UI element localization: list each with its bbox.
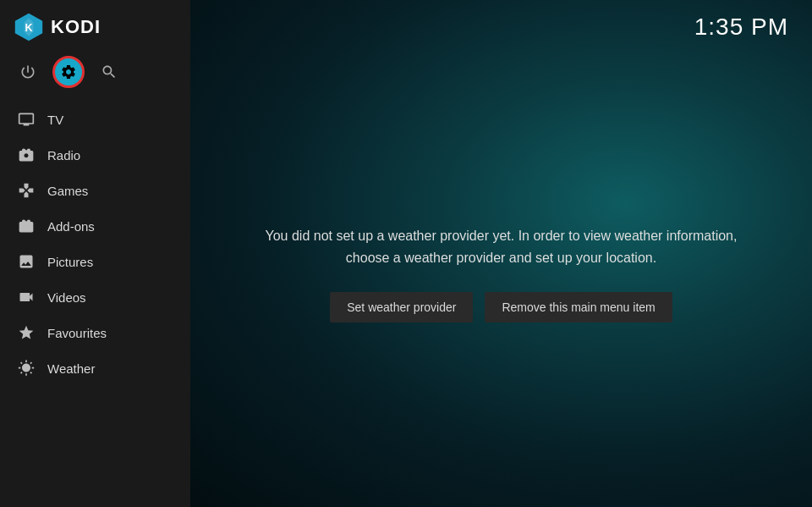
sidebar-item-addons-label: Add-ons: [47, 219, 95, 234]
addons-icon: [17, 217, 36, 235]
radio-icon: [17, 146, 36, 164]
sidebar-item-radio[interactable]: Radio: [0, 137, 190, 173]
time-display: 1:35 PM: [694, 14, 788, 41]
pictures-icon: [17, 252, 36, 271]
sidebar-item-videos[interactable]: Videos: [0, 279, 190, 315]
weather-message: You did not set up a weather provider ye…: [248, 225, 755, 268]
sidebar-item-weather-label: Weather: [47, 361, 95, 376]
top-bar: 1:35 PM: [190, 0, 812, 41]
sidebar-item-weather[interactable]: Weather: [0, 350, 190, 386]
sidebar-item-addons[interactable]: Add-ons: [0, 208, 190, 244]
sidebar-item-tv-label: TV: [47, 113, 63, 127]
tv-icon: [17, 110, 36, 129]
power-icon: [19, 63, 36, 80]
center-area: You did not set up a weather provider ye…: [190, 41, 812, 507]
settings-icon: [60, 63, 77, 80]
power-button[interactable]: [12, 56, 44, 88]
settings-button[interactable]: [52, 56, 85, 88]
sidebar-item-videos-label: Videos: [47, 290, 86, 305]
sidebar-item-favourites[interactable]: Favourites: [0, 315, 190, 350]
sidebar-nav: TV Radio Games Add-ons: [0, 98, 190, 507]
sidebar-header: K KODI: [0, 0, 190, 51]
sidebar-item-games[interactable]: Games: [0, 173, 190, 208]
sidebar-item-pictures-label: Pictures: [47, 255, 93, 269]
kodi-logo-text: KODI: [51, 16, 101, 38]
kodi-logo: K KODI: [14, 12, 101, 42]
sidebar-item-favourites-label: Favourites: [47, 326, 107, 340]
svg-text:K: K: [25, 22, 32, 34]
set-weather-provider-button[interactable]: Set weather provider: [330, 292, 473, 322]
sidebar-item-tv[interactable]: TV: [0, 102, 190, 137]
sidebar-item-pictures[interactable]: Pictures: [0, 244, 190, 279]
action-buttons: Set weather provider Remove this main me…: [330, 292, 672, 322]
sidebar: K KODI TV: [0, 0, 190, 507]
search-button[interactable]: [93, 56, 125, 88]
videos-icon: [17, 288, 36, 306]
weather-icon: [17, 359, 36, 377]
sidebar-icons-row: [0, 51, 190, 98]
games-icon: [17, 181, 36, 200]
search-icon: [101, 63, 118, 80]
main-content: 1:35 PM You did not set up a weather pro…: [190, 0, 812, 507]
favourites-icon: [17, 323, 36, 342]
kodi-logo-icon: K: [14, 12, 44, 42]
remove-menu-item-button[interactable]: Remove this main menu item: [485, 292, 672, 322]
sidebar-item-games-label: Games: [47, 184, 88, 198]
sidebar-item-radio-label: Radio: [47, 148, 80, 163]
